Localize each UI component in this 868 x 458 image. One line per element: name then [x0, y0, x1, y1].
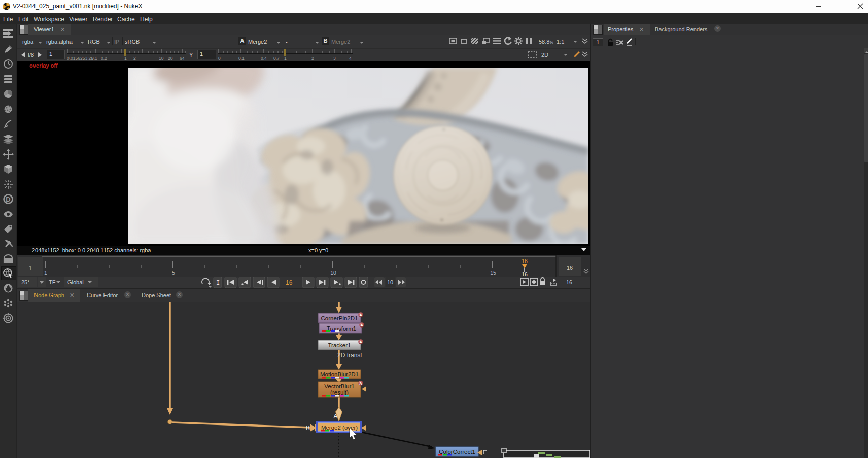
svg-text:0.7: 0.7 — [273, 56, 280, 61]
svg-text:2D transf: 2D transf — [337, 352, 362, 359]
svg-text:TF: TF — [49, 279, 56, 285]
svg-text:0: 0 — [218, 56, 221, 61]
svg-text:Tracker1: Tracker1 — [328, 342, 351, 348]
svg-text:A: A — [334, 413, 338, 419]
svg-text:1: 1 — [44, 270, 47, 276]
svg-text:A: A — [359, 313, 362, 317]
svg-text:D: D — [6, 195, 10, 203]
svg-text:VectorBlur1: VectorBlur1 — [324, 383, 354, 389]
svg-text:20: 20 — [168, 56, 173, 61]
svg-text:1: 1 — [29, 265, 32, 272]
svg-text:A: A — [360, 323, 363, 328]
svg-text:16: 16 — [566, 279, 572, 285]
svg-text:0.2: 0.2 — [101, 56, 107, 61]
svg-text:5: 5 — [172, 270, 175, 276]
svg-text:25*: 25* — [21, 279, 30, 285]
svg-text:16: 16 — [522, 258, 528, 264]
svg-text:64: 64 — [180, 56, 185, 61]
svg-text:10: 10 — [330, 270, 336, 276]
svg-text:A: A — [359, 340, 362, 344]
svg-text:B: B — [306, 424, 310, 432]
svg-text:0.4: 0.4 — [261, 56, 267, 61]
svg-text:1: 1 — [124, 56, 127, 61]
svg-text:I: I — [216, 280, 220, 287]
svg-text:3: 3 — [333, 56, 336, 61]
svg-text:0.0156253.25: 0.0156253.25 — [67, 56, 93, 61]
svg-text:2: 2 — [311, 56, 314, 61]
svg-text:MotionBlur2D1: MotionBlur2D1 — [320, 371, 359, 377]
svg-text:0.1: 0.1 — [238, 56, 245, 61]
svg-text:0.1: 0.1 — [91, 56, 97, 61]
svg-text:16: 16 — [286, 279, 293, 286]
svg-text:10: 10 — [387, 279, 393, 285]
svg-text:CornerPin2D1: CornerPin2D1 — [321, 315, 358, 321]
svg-text:1: 1 — [284, 56, 287, 61]
svg-text:Global: Global — [67, 279, 84, 285]
svg-text:4: 4 — [349, 56, 352, 61]
svg-text:2: 2 — [133, 56, 136, 61]
svg-text:16: 16 — [567, 265, 573, 271]
svg-text:15: 15 — [490, 270, 496, 276]
svg-text:10: 10 — [159, 56, 164, 61]
svg-text:16: 16 — [522, 271, 528, 277]
svg-text:A: A — [359, 381, 362, 386]
